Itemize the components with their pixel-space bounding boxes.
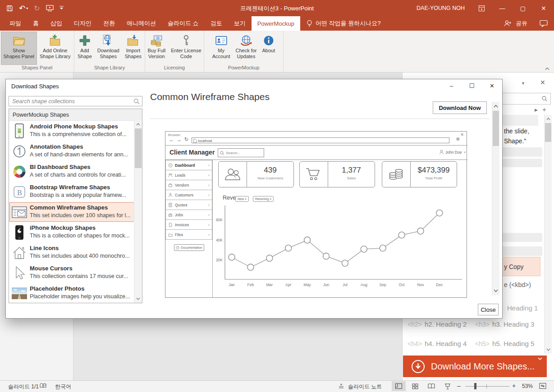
collection-list: PowerMockup Shapes Android Phone Mockup … xyxy=(9,109,142,303)
download-more-shapes-banner[interactable]: Download More Shapes... xyxy=(403,356,547,377)
quick-access-toolbar: ↶ ▾ ↻ xyxy=(6,0,64,16)
save-icon[interactable] xyxy=(6,5,13,12)
pane-expand-icon[interactable]: ▶ xyxy=(535,108,538,112)
tell-me-box[interactable]: 어떤 작업을 원하시나요? xyxy=(307,16,380,31)
h3-shape[interactable]: h3. Heading 3 xyxy=(492,320,534,328)
scroll-down-icon[interactable] xyxy=(494,289,498,292)
scroll-up-icon[interactable] xyxy=(546,118,550,120)
my-account-button[interactable]: My Account xyxy=(210,32,233,65)
pane-kbd-row[interactable]: e (<kbd>) xyxy=(504,281,531,288)
ribbon-display-options-icon[interactable] xyxy=(471,0,492,16)
zoom-out-button[interactable]: – xyxy=(457,382,461,389)
pane-scrollbar-thumb[interactable] xyxy=(545,123,551,142)
zoom-in-button[interactable]: + xyxy=(512,382,516,389)
comments-icon[interactable] xyxy=(540,20,548,27)
tab-transitions[interactable]: 전환 xyxy=(97,16,121,31)
download-now-button[interactable]: Download Now xyxy=(433,101,487,114)
tab-animations[interactable]: 애니메이션 xyxy=(121,16,162,31)
customize-qat-icon[interactable] xyxy=(60,6,64,10)
svg-text:Feb: Feb xyxy=(247,283,254,287)
share-button[interactable]: 공유 xyxy=(516,19,527,27)
buy-full-version-button[interactable]: Buy Full Version xyxy=(145,32,169,65)
close-dialog-button[interactable]: Close xyxy=(478,304,499,315)
zoom-slider-thumb[interactable] xyxy=(474,383,476,389)
tab-home[interactable]: 홈 xyxy=(27,16,45,31)
redo-icon[interactable]: ↻ xyxy=(34,5,40,12)
enter-license-code-button[interactable]: Enter License Code xyxy=(168,32,204,65)
tab-powermockup[interactable]: PowerMockup xyxy=(252,16,300,31)
show-shapes-panel-button[interactable]: Show Shapes Panel xyxy=(1,32,37,65)
pane-close-icon[interactable]: ✕ xyxy=(540,79,545,86)
mock-sidebar-border xyxy=(212,160,213,297)
tab-file[interactable]: 파일 xyxy=(4,16,27,31)
tab-insert[interactable]: 삽입 xyxy=(45,16,68,31)
list-item-placeholder-photos[interactable]: Placeholder Photos Placeholder images he… xyxy=(9,283,142,303)
undo-button[interactable]: ↶ ▾ xyxy=(19,5,28,12)
account-user-name[interactable]: DAE-YOUNG NOH xyxy=(417,5,465,11)
h5-shape[interactable]: h5. Heading 5 xyxy=(492,340,534,347)
tab-design[interactable]: 디자인 xyxy=(68,16,97,31)
preview-scrollbar-thumb[interactable] xyxy=(493,111,499,146)
slide-counter[interactable]: 슬라이드 1/1 xyxy=(8,383,39,391)
h4-shape[interactable]: h4. Heading 4 xyxy=(425,340,467,347)
scroll-up-icon[interactable] xyxy=(494,105,498,108)
mock-user-menu: John Doe ∨ xyxy=(440,150,466,155)
mock-app-title: Client Manager xyxy=(169,149,215,156)
list-item-bootstrap-wireframe-shapes[interactable]: B Bootstrap Wireframe Shapes Bootstrap i… xyxy=(9,182,142,202)
collapse-ribbon-icon[interactable] xyxy=(545,67,549,70)
list-item-mouse-cursors[interactable]: Mouse Cursors This collection contains 1… xyxy=(9,263,142,283)
list-item-bi-dashboard-shapes[interactable]: BI Dashboard Shapes A set of charts and … xyxy=(9,161,142,182)
pane-selected-shape-row[interactable]: y Copy xyxy=(497,257,540,276)
pane-heading1-row[interactable]: Heading 1 xyxy=(507,304,538,312)
reading-view-button[interactable] xyxy=(424,381,438,391)
tab-view[interactable]: 보기 xyxy=(228,16,252,31)
pane-add-icon[interactable]: + xyxy=(542,105,546,113)
slideshow-view-button[interactable] xyxy=(440,381,454,391)
zoom-level[interactable]: 53% xyxy=(522,383,533,389)
proofing-icon[interactable] xyxy=(40,383,46,389)
h2-shape[interactable]: h2. Heading 2 xyxy=(425,320,467,328)
language-indicator[interactable]: 한국어 xyxy=(55,383,71,391)
pane-scrollbar[interactable] xyxy=(544,115,552,354)
list-item-android-phone-mockup-shapes[interactable]: Android Phone Mockup Shapes This is a co… xyxy=(9,121,142,141)
scroll-down-icon[interactable] xyxy=(136,297,140,300)
svg-text:May: May xyxy=(304,283,311,287)
zoom-slider-track[interactable] xyxy=(465,386,509,387)
tab-slideshow[interactable]: 슬라이드 쇼 xyxy=(162,16,205,31)
collection-search-input[interactable] xyxy=(9,96,142,106)
scroll-down-icon[interactable] xyxy=(546,348,550,351)
tell-me-label: 어떤 작업을 원하시나요? xyxy=(316,19,380,27)
list-item-iphone-mockup-shapes[interactable]: iPhone Mockup Shapes This is a collectio… xyxy=(9,222,142,242)
collection-scrollbar-thumb[interactable] xyxy=(135,128,142,168)
minimize-button[interactable]: — xyxy=(492,0,513,16)
tab-review[interactable]: 검토 xyxy=(205,16,228,31)
pane-dropdown-icon[interactable]: ▼ xyxy=(521,81,525,86)
close-button[interactable]: ✕ xyxy=(533,0,554,16)
add-online-shape-library-button[interactable]: Add Online Shape Library xyxy=(37,32,73,65)
about-button[interactable]: About xyxy=(260,32,278,65)
scroll-up-icon[interactable] xyxy=(136,123,140,126)
list-item-annotation-shapes[interactable]: Annotation Shapes A set of hand-drawn el… xyxy=(9,141,142,161)
download-shapes-button[interactable]: Download Shapes xyxy=(95,32,122,65)
dialog-minimize-button[interactable]: – xyxy=(441,79,462,92)
collection-list-scrollbar[interactable] xyxy=(134,120,142,303)
check-for-updates-button[interactable]: Check for Updates xyxy=(233,32,259,65)
banner-chevron-icon[interactable] xyxy=(538,357,542,360)
start-slideshow-icon[interactable] xyxy=(46,5,54,12)
preview-scrollbar[interactable] xyxy=(492,102,499,295)
maximize-button[interactable]: ▢ xyxy=(513,0,533,16)
filter-tag-new: New × xyxy=(235,196,249,202)
list-item-line-icons[interactable]: Line Icons This set includes about 400 m… xyxy=(9,242,142,263)
account-card-icon xyxy=(215,33,228,48)
dialog-maximize-button[interactable]: ☐ xyxy=(462,79,482,92)
notes-toggle[interactable]: 슬라이드 노트 xyxy=(348,383,382,391)
import-shapes-button[interactable]: Import Shapes xyxy=(122,32,144,65)
add-shape-button[interactable]: Add Shape xyxy=(75,32,95,65)
normal-view-button[interactable] xyxy=(392,381,406,391)
dialog-close-button[interactable]: ✕ xyxy=(482,79,502,92)
mock-nav-invoices: Invoices› xyxy=(165,219,212,230)
list-item-common-wireframe-shapes[interactable]: Common Wireframe Shapes This set include… xyxy=(9,202,142,222)
ribbon-spacer xyxy=(284,31,554,72)
slide-sorter-view-button[interactable] xyxy=(408,381,422,391)
fit-slide-to-window-icon[interactable] xyxy=(539,383,546,389)
